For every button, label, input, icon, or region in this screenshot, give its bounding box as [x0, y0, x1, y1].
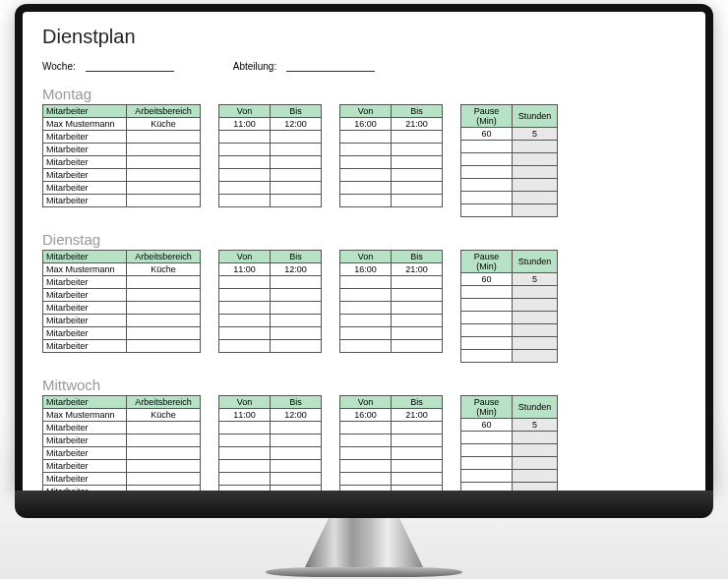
cell-time-to[interactable]: [392, 473, 443, 486]
cell-area[interactable]: [127, 156, 201, 169]
cell-time-to[interactable]: [392, 340, 443, 353]
cell-time-to[interactable]: [392, 447, 443, 460]
cell-time-from[interactable]: [340, 169, 392, 182]
cell-area[interactable]: [127, 434, 201, 447]
cell-employee[interactable]: Mitarbeiter: [43, 460, 127, 473]
cell-area[interactable]: [127, 315, 201, 327]
cell-area[interactable]: [127, 131, 201, 144]
cell-area[interactable]: [127, 422, 201, 434]
cell-time-from[interactable]: 11:00: [219, 263, 271, 276]
cell-time-from[interactable]: 16:00: [340, 263, 392, 276]
cell-employee[interactable]: Mitarbeiter: [43, 195, 127, 207]
cell-employee[interactable]: Mitarbeiter: [43, 327, 127, 340]
cell-time-to[interactable]: [271, 289, 322, 302]
cell-pause[interactable]: [461, 457, 513, 470]
cell-time-to[interactable]: 21:00: [392, 118, 443, 131]
cell-time-to[interactable]: 21:00: [392, 409, 443, 422]
cell-time-to[interactable]: [271, 144, 322, 156]
cell-time-to[interactable]: [271, 156, 322, 169]
cell-employee[interactable]: Mitarbeiter: [43, 302, 127, 315]
cell-time-to[interactable]: [392, 315, 443, 327]
cell-time-from[interactable]: [340, 434, 392, 447]
cell-time-from[interactable]: 16:00: [340, 409, 392, 422]
cell-time-from[interactable]: [340, 195, 392, 207]
cell-time-to[interactable]: [271, 447, 322, 460]
cell-employee[interactable]: Mitarbeiter: [43, 276, 127, 289]
cell-time-to[interactable]: [271, 182, 322, 195]
cell-pause[interactable]: 60: [461, 128, 513, 141]
cell-pause[interactable]: [461, 141, 513, 153]
cell-pause[interactable]: [461, 324, 513, 337]
cell-time-to[interactable]: [271, 340, 322, 353]
cell-time-from[interactable]: [219, 289, 271, 302]
cell-time-to[interactable]: [392, 195, 443, 207]
cell-time-to[interactable]: 12:00: [271, 409, 322, 422]
cell-pause[interactable]: [461, 444, 513, 457]
cell-time-to[interactable]: [271, 422, 322, 434]
cell-time-to[interactable]: [392, 276, 443, 289]
cell-time-from[interactable]: [340, 144, 392, 156]
cell-time-to[interactable]: [271, 276, 322, 289]
cell-time-from[interactable]: [219, 182, 271, 195]
cell-area[interactable]: [127, 473, 201, 486]
cell-pause[interactable]: [461, 350, 513, 363]
cell-time-from[interactable]: [219, 473, 271, 486]
cell-time-to[interactable]: 21:00: [392, 263, 443, 276]
cell-time-to[interactable]: [392, 327, 443, 340]
cell-time-to[interactable]: [392, 144, 443, 156]
cell-time-from[interactable]: [219, 315, 271, 327]
cell-time-from[interactable]: [219, 169, 271, 182]
cell-employee[interactable]: Mitarbeiter: [43, 169, 127, 182]
cell-employee[interactable]: Max Mustermann: [43, 118, 127, 131]
cell-area[interactable]: [127, 327, 201, 340]
cell-time-from[interactable]: [219, 195, 271, 207]
cell-time-from[interactable]: [340, 302, 392, 315]
cell-time-to[interactable]: [271, 302, 322, 315]
cell-time-from[interactable]: [340, 276, 392, 289]
dept-input-line[interactable]: [286, 60, 375, 72]
cell-employee[interactable]: Max Mustermann: [43, 263, 127, 276]
cell-pause[interactable]: [461, 483, 513, 492]
cell-area[interactable]: Küche: [127, 118, 201, 131]
cell-area[interactable]: [127, 289, 201, 302]
cell-pause[interactable]: [461, 204, 513, 217]
cell-employee[interactable]: Mitarbeiter: [43, 156, 127, 169]
cell-pause[interactable]: 60: [461, 419, 513, 432]
cell-area[interactable]: [127, 195, 201, 207]
cell-time-from[interactable]: [340, 327, 392, 340]
cell-time-from[interactable]: 11:00: [219, 118, 271, 131]
cell-time-from[interactable]: [219, 156, 271, 169]
cell-time-from[interactable]: [219, 302, 271, 315]
cell-time-to[interactable]: [271, 315, 322, 327]
cell-time-to[interactable]: [392, 434, 443, 447]
cell-employee[interactable]: Mitarbeiter: [43, 131, 127, 144]
cell-time-to[interactable]: [271, 327, 322, 340]
cell-time-to[interactable]: [392, 182, 443, 195]
cell-time-to[interactable]: [392, 131, 443, 144]
cell-area[interactable]: Küche: [127, 409, 201, 422]
cell-time-to[interactable]: [271, 460, 322, 473]
cell-area[interactable]: [127, 460, 201, 473]
cell-time-from[interactable]: [219, 447, 271, 460]
cell-time-to[interactable]: [392, 460, 443, 473]
cell-time-to[interactable]: [392, 289, 443, 302]
cell-time-from[interactable]: [219, 340, 271, 353]
cell-time-from[interactable]: [340, 473, 392, 486]
cell-time-to[interactable]: 12:00: [271, 263, 322, 276]
cell-time-to[interactable]: [271, 169, 322, 182]
cell-time-from[interactable]: [219, 422, 271, 434]
cell-pause[interactable]: [461, 470, 513, 483]
cell-employee[interactable]: Mitarbeiter: [43, 473, 127, 486]
cell-employee[interactable]: Mitarbeiter: [43, 422, 127, 434]
cell-time-to[interactable]: [392, 422, 443, 434]
cell-pause[interactable]: [461, 153, 513, 166]
cell-pause[interactable]: [461, 192, 513, 204]
cell-time-from[interactable]: 11:00: [219, 409, 271, 422]
cell-area[interactable]: [127, 169, 201, 182]
cell-time-to[interactable]: 12:00: [271, 118, 322, 131]
cell-time-from[interactable]: [340, 182, 392, 195]
cell-time-from[interactable]: [340, 131, 392, 144]
cell-employee[interactable]: Mitarbeiter: [43, 340, 127, 353]
cell-time-to[interactable]: [392, 302, 443, 315]
cell-pause[interactable]: [461, 179, 513, 192]
